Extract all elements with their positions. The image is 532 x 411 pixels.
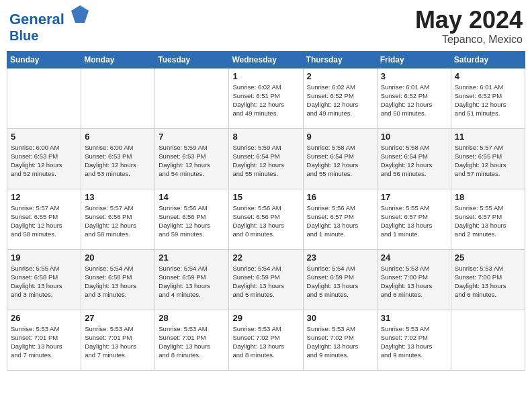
- weekday-header: Wednesday: [229, 51, 303, 68]
- day-info: Sunrise: 6:00 AM Sunset: 6:53 PM Dayligh…: [11, 143, 77, 179]
- calendar-table: SundayMondayTuesdayWednesdayThursdayFrid…: [7, 51, 525, 371]
- day-info: Sunrise: 5:57 AM Sunset: 6:55 PM Dayligh…: [11, 203, 77, 239]
- calendar-cell: 28Sunrise: 5:53 AM Sunset: 7:01 PM Dayli…: [155, 310, 229, 370]
- day-number: 28: [159, 313, 225, 323]
- calendar-cell: 15Sunrise: 5:56 AM Sunset: 6:56 PM Dayli…: [229, 189, 303, 249]
- day-number: 1: [232, 71, 299, 81]
- day-number: 30: [307, 313, 373, 323]
- day-info: Sunrise: 5:53 AM Sunset: 7:00 PM Dayligh…: [381, 264, 447, 300]
- day-number: 14: [159, 192, 225, 202]
- calendar-cell: [81, 68, 155, 128]
- day-number: 10: [381, 132, 447, 142]
- calendar-cell: [155, 68, 229, 128]
- day-info: Sunrise: 5:54 AM Sunset: 6:59 PM Dayligh…: [232, 264, 299, 300]
- day-info: Sunrise: 5:58 AM Sunset: 6:54 PM Dayligh…: [307, 143, 373, 179]
- day-info: Sunrise: 5:55 AM Sunset: 6:57 PM Dayligh…: [381, 203, 447, 239]
- calendar-cell: 21Sunrise: 5:54 AM Sunset: 6:59 PM Dayli…: [155, 249, 229, 310]
- calendar-cell: 25Sunrise: 5:53 AM Sunset: 7:00 PM Dayli…: [451, 249, 525, 310]
- day-info: Sunrise: 5:57 AM Sunset: 6:56 PM Dayligh…: [85, 203, 151, 239]
- calendar-cell: 19Sunrise: 5:55 AM Sunset: 6:58 PM Dayli…: [7, 249, 81, 310]
- calendar-cell: 5Sunrise: 6:00 AM Sunset: 6:53 PM Daylig…: [7, 128, 81, 189]
- day-number: 18: [455, 192, 521, 202]
- day-info: Sunrise: 5:53 AM Sunset: 7:01 PM Dayligh…: [11, 324, 77, 360]
- calendar-cell: 9Sunrise: 5:58 AM Sunset: 6:54 PM Daylig…: [303, 128, 377, 189]
- day-info: Sunrise: 5:53 AM Sunset: 7:02 PM Dayligh…: [307, 324, 373, 360]
- weekday-header: Sunday: [7, 51, 81, 68]
- calendar-cell: 29Sunrise: 5:53 AM Sunset: 7:02 PM Dayli…: [229, 310, 303, 370]
- day-info: Sunrise: 5:53 AM Sunset: 7:02 PM Dayligh…: [381, 324, 447, 360]
- day-number: 21: [159, 253, 225, 263]
- day-info: Sunrise: 5:59 AM Sunset: 6:53 PM Dayligh…: [159, 143, 225, 179]
- day-number: 27: [85, 313, 151, 323]
- day-info: Sunrise: 5:55 AM Sunset: 6:57 PM Dayligh…: [455, 203, 521, 239]
- day-number: 26: [11, 313, 77, 323]
- svg-marker-0: [71, 5, 89, 23]
- day-info: Sunrise: 6:01 AM Sunset: 6:52 PM Dayligh…: [381, 83, 447, 118]
- calendar-week-row: 12Sunrise: 5:57 AM Sunset: 6:55 PM Dayli…: [7, 189, 525, 249]
- calendar-cell: 1Sunrise: 6:02 AM Sunset: 6:51 PM Daylig…: [229, 68, 303, 128]
- day-info: Sunrise: 5:54 AM Sunset: 6:59 PM Dayligh…: [307, 264, 373, 300]
- day-info: Sunrise: 5:59 AM Sunset: 6:54 PM Dayligh…: [232, 143, 299, 179]
- day-number: 19: [11, 253, 77, 263]
- day-info: Sunrise: 5:53 AM Sunset: 7:01 PM Dayligh…: [85, 324, 151, 360]
- day-info: Sunrise: 6:02 AM Sunset: 6:51 PM Dayligh…: [232, 83, 299, 118]
- calendar-cell: 12Sunrise: 5:57 AM Sunset: 6:55 PM Dayli…: [7, 189, 81, 249]
- logo-general: General: [9, 11, 64, 28]
- day-info: Sunrise: 5:53 AM Sunset: 7:00 PM Dayligh…: [455, 264, 521, 300]
- calendar-cell: 7Sunrise: 5:59 AM Sunset: 6:53 PM Daylig…: [155, 128, 229, 189]
- day-number: 7: [159, 132, 225, 142]
- day-number: 13: [85, 192, 151, 202]
- day-info: Sunrise: 5:57 AM Sunset: 6:55 PM Dayligh…: [455, 143, 521, 179]
- day-info: Sunrise: 5:54 AM Sunset: 6:58 PM Dayligh…: [85, 264, 151, 300]
- location-subtitle: Tepanco, Mexico: [415, 34, 523, 46]
- day-info: Sunrise: 5:56 AM Sunset: 6:56 PM Dayligh…: [232, 203, 299, 239]
- title-block: May 2024 Tepanco, Mexico: [415, 7, 523, 46]
- day-number: 11: [455, 132, 521, 142]
- weekday-header: Friday: [377, 51, 451, 68]
- day-number: 22: [232, 253, 299, 263]
- calendar-cell: [7, 68, 81, 128]
- weekday-header: Tuesday: [155, 51, 229, 68]
- day-number: 16: [307, 192, 373, 202]
- weekday-header: Monday: [81, 51, 155, 68]
- day-number: 15: [232, 192, 299, 202]
- day-info: Sunrise: 5:53 AM Sunset: 7:02 PM Dayligh…: [232, 324, 299, 360]
- day-info: Sunrise: 5:55 AM Sunset: 6:58 PM Dayligh…: [11, 264, 77, 300]
- weekday-header: Thursday: [303, 51, 377, 68]
- calendar-cell: 14Sunrise: 5:56 AM Sunset: 6:56 PM Dayli…: [155, 189, 229, 249]
- day-info: Sunrise: 6:02 AM Sunset: 6:52 PM Dayligh…: [307, 83, 373, 118]
- day-number: 8: [232, 132, 299, 142]
- day-info: Sunrise: 6:00 AM Sunset: 6:53 PM Dayligh…: [85, 143, 151, 179]
- day-number: 12: [11, 192, 77, 202]
- page-header: General Blue May 2024 Tepanco, Mexico: [7, 7, 525, 46]
- logo: General Blue: [9, 7, 90, 44]
- day-number: 20: [85, 253, 151, 263]
- calendar-cell: 13Sunrise: 5:57 AM Sunset: 6:56 PM Dayli…: [81, 189, 155, 249]
- calendar-cell: 26Sunrise: 5:53 AM Sunset: 7:01 PM Dayli…: [7, 310, 81, 370]
- calendar-week-row: 19Sunrise: 5:55 AM Sunset: 6:58 PM Dayli…: [7, 249, 525, 310]
- day-info: Sunrise: 5:53 AM Sunset: 7:01 PM Dayligh…: [159, 324, 225, 360]
- weekday-header: Saturday: [451, 51, 525, 68]
- day-number: 29: [232, 313, 299, 323]
- day-number: 2: [307, 71, 373, 81]
- day-number: 9: [307, 132, 373, 142]
- calendar-cell: [451, 310, 525, 370]
- calendar-cell: 22Sunrise: 5:54 AM Sunset: 6:59 PM Dayli…: [229, 249, 303, 310]
- logo-icon: [70, 4, 90, 24]
- calendar-cell: 4Sunrise: 6:01 AM Sunset: 6:52 PM Daylig…: [451, 68, 525, 128]
- calendar-cell: 23Sunrise: 5:54 AM Sunset: 6:59 PM Dayli…: [303, 249, 377, 310]
- day-number: 4: [455, 71, 521, 81]
- calendar-cell: 18Sunrise: 5:55 AM Sunset: 6:57 PM Dayli…: [451, 189, 525, 249]
- calendar-week-row: 5Sunrise: 6:00 AM Sunset: 6:53 PM Daylig…: [7, 128, 525, 189]
- day-info: Sunrise: 5:56 AM Sunset: 6:56 PM Dayligh…: [159, 203, 225, 239]
- calendar-cell: 11Sunrise: 5:57 AM Sunset: 6:55 PM Dayli…: [451, 128, 525, 189]
- calendar-cell: 20Sunrise: 5:54 AM Sunset: 6:58 PM Dayli…: [81, 249, 155, 310]
- weekday-header-row: SundayMondayTuesdayWednesdayThursdayFrid…: [7, 51, 525, 68]
- day-number: 23: [307, 253, 373, 263]
- month-year-title: May 2024: [415, 7, 523, 34]
- calendar-cell: 24Sunrise: 5:53 AM Sunset: 7:00 PM Dayli…: [377, 249, 451, 310]
- calendar-cell: 10Sunrise: 5:58 AM Sunset: 6:54 PM Dayli…: [377, 128, 451, 189]
- calendar-cell: 6Sunrise: 6:00 AM Sunset: 6:53 PM Daylig…: [81, 128, 155, 189]
- calendar-cell: 16Sunrise: 5:56 AM Sunset: 6:57 PM Dayli…: [303, 189, 377, 249]
- day-number: 24: [381, 253, 447, 263]
